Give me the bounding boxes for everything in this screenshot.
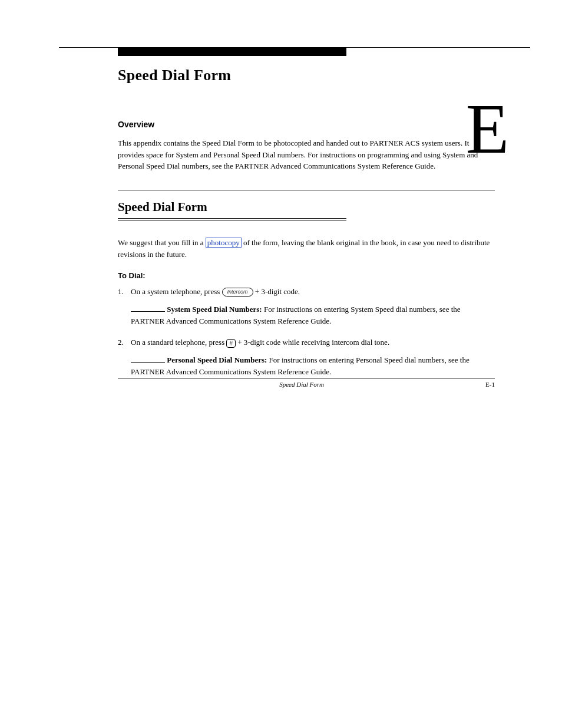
footer-center: Speed Dial Form <box>118 381 485 388</box>
item1-b: + 3-digit code. <box>253 287 300 296</box>
intercom-key-icon: Intercom <box>222 288 253 297</box>
chapter-black-bar <box>118 48 346 56</box>
to-dial-heading: To Dial: <box>118 271 495 280</box>
list-item: On a standard telephone, press # + 3-dig… <box>118 337 495 380</box>
item1-a: On a system telephone, press <box>131 287 222 296</box>
item2-b: + 3-digit code while receiving intercom … <box>236 338 389 347</box>
chapter-title: Speed Dial Form <box>118 67 503 84</box>
overview-text: This appendix contains the Speed Dial Fo… <box>118 137 495 172</box>
para1-a: We suggest that you fill in a <box>118 238 206 247</box>
overview-heading: Overview <box>118 120 495 129</box>
photocopy-link[interactable]: photocopy <box>206 238 242 248</box>
sub2-label: Personal Speed Dial Numbers: <box>167 355 267 364</box>
list-item: On a system telephone, press Intercom + … <box>118 286 495 330</box>
hash-key-icon: # <box>226 339 236 348</box>
item2-a: On a standard telephone, press <box>131 338 226 347</box>
section-underline <box>118 220 346 220</box>
sub1-label: System Speed Dial Numbers: <box>167 305 262 314</box>
blank-line <box>131 356 165 363</box>
section-intro-paragraph: We suggest that you fill in a photocopy … <box>118 237 495 261</box>
footer-page-number: E-1 <box>485 381 495 388</box>
section-title: Speed Dial Form <box>118 200 207 215</box>
dial-instructions-list: On a system telephone, press Intercom + … <box>118 286 495 381</box>
chapter-letter: E <box>466 88 509 170</box>
footer-rule: Speed Dial Form E-1 <box>118 378 495 388</box>
blank-line <box>131 305 165 312</box>
